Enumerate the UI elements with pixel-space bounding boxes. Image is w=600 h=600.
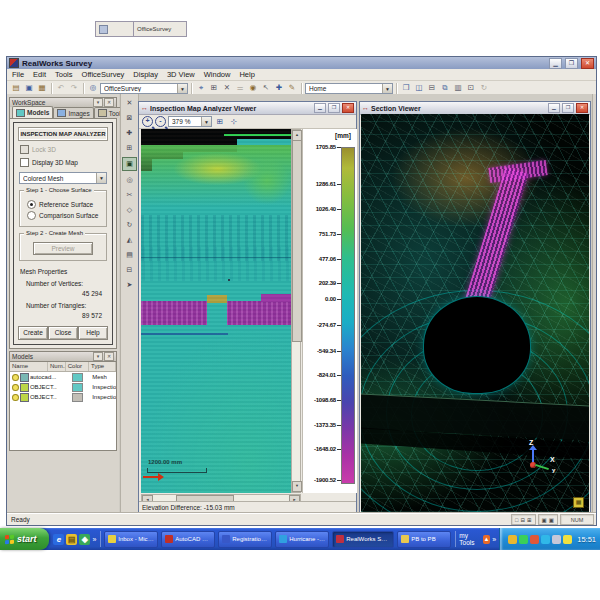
new-window-icon[interactable]: ❐: [400, 82, 412, 94]
menu-item-3d-view[interactable]: 3D View: [167, 70, 195, 79]
column-header-name[interactable]: Name: [10, 362, 48, 371]
dock-tool-icon[interactable]: ▤: [123, 249, 136, 261]
folder-icon[interactable]: ▤: [66, 534, 77, 545]
home-combo[interactable]: Home▼: [305, 83, 393, 94]
table-row[interactable]: OBJECT...Inspectio: [10, 382, 116, 392]
lock-3d-checkbox[interactable]: [20, 145, 29, 154]
dock-tool-icon[interactable]: ▣: [122, 157, 137, 171]
cascade-icon[interactable]: □: [515, 517, 518, 523]
task-button-hurricane-micro[interactable]: Hurricane - Micro...: [275, 531, 329, 548]
refresh-icon[interactable]: ↻: [478, 82, 490, 94]
edit-icon[interactable]: ✎: [286, 82, 298, 94]
column-header-type[interactable]: Type: [89, 362, 116, 371]
tab-images[interactable]: Images: [53, 107, 93, 118]
close-button[interactable]: ✕: [342, 103, 354, 113]
save-icon[interactable]: ▣: [23, 82, 35, 94]
dock-tool-icon[interactable]: ⊟: [123, 264, 136, 276]
task-button-pb-to-pb[interactable]: PB to PB: [397, 531, 451, 548]
title-bar[interactable]: RealWorks Survey ▁ ❐ ✕: [7, 57, 596, 69]
close-panel-button[interactable]: ✕: [104, 352, 114, 361]
tool-icon[interactable]: ▲: [483, 535, 491, 544]
floating-officesurvey-tab[interactable]: OfficeSurvey: [133, 21, 187, 37]
tray-icon[interactable]: [563, 535, 572, 544]
tile-horizontal-icon[interactable]: ⊟: [520, 517, 525, 523]
floating-toolbar-chip[interactable]: [95, 21, 137, 37]
tile-vertical-icon[interactable]: ▥: [452, 82, 464, 94]
redo-icon[interactable]: ↷: [68, 82, 80, 94]
table-row[interactable]: OBJECT...Inspectio: [10, 392, 116, 402]
help-button[interactable]: Help: [78, 326, 108, 340]
chevron-more-icon[interactable]: »: [92, 536, 96, 543]
tray-icon[interactable]: [508, 535, 517, 544]
menu-item-edit[interactable]: Edit: [33, 70, 46, 79]
minimize-button[interactable]: ▁: [548, 103, 560, 113]
internet-explorer-icon[interactable]: e: [53, 534, 64, 545]
close-analyzer-button[interactable]: Close: [48, 326, 78, 340]
dock-tool-icon[interactable]: ➤: [123, 279, 136, 291]
target-icon[interactable]: ◎: [87, 82, 99, 94]
tile-horizontal-icon[interactable]: ⊟: [426, 82, 438, 94]
select-icon[interactable]: ↖: [260, 82, 272, 94]
comparison-surface-radio[interactable]: [27, 211, 36, 220]
models-header[interactable]: Models ▾ ✕: [10, 352, 116, 361]
minimize-button[interactable]: ▁: [314, 103, 326, 113]
comparison-surface-row[interactable]: Comparison Surface: [27, 211, 103, 220]
menu-item-officesurvey[interactable]: OfficeSurvey: [82, 70, 125, 79]
tray-icon[interactable]: [541, 535, 550, 544]
visibility-bulb-icon[interactable]: [12, 394, 19, 401]
menu-item-display[interactable]: Display: [133, 70, 158, 79]
column-header-color[interactable]: Color: [66, 362, 89, 371]
dock-tool-icon[interactable]: ⊠: [123, 112, 136, 124]
tray-icon[interactable]: [552, 535, 561, 544]
start-button[interactable]: start: [0, 528, 49, 550]
chevron-more-icon[interactable]: »: [492, 536, 496, 543]
open-icon[interactable]: ▤: [10, 82, 22, 94]
task-button-inbox-microsof[interactable]: Inbox - Microsof...: [104, 531, 158, 548]
close-button[interactable]: ✕: [581, 58, 594, 69]
crosshair-icon[interactable]: ✚: [273, 82, 285, 94]
delete-icon[interactable]: ✕: [221, 82, 233, 94]
dock-tool-icon[interactable]: ↻: [123, 219, 136, 231]
lock-3d-row[interactable]: Lock 3D: [20, 145, 112, 154]
display-3d-row[interactable]: Display 3D Map: [20, 158, 112, 167]
scrollbar-thumb[interactable]: [292, 140, 302, 342]
layout-pane[interactable]: □ ⊟ ⊞: [511, 514, 536, 525]
tray-icon[interactable]: [530, 535, 539, 544]
pin-button[interactable]: ▾: [93, 352, 103, 361]
dock-tool-icon[interactable]: ◎: [123, 174, 136, 186]
task-button-autocad-2002[interactable]: AutoCAD 2002: [161, 531, 215, 548]
pick-icon[interactable]: ⌖: [195, 82, 207, 94]
officesurvey-combo[interactable]: OfficeSurvey▼: [100, 83, 188, 94]
measure-icon[interactable]: ⊹: [228, 116, 240, 128]
my-tools-toolbar[interactable]: my Tools ▲ »: [455, 531, 499, 547]
dock-tool-icon[interactable]: ◇: [123, 204, 136, 216]
map-vertical-scrollbar[interactable]: ▲ ▼: [291, 129, 301, 493]
close-button[interactable]: ✕: [576, 103, 588, 113]
minimize-button[interactable]: ▁: [549, 58, 562, 69]
section-3d-canvas[interactable]: Z X y ▦: [361, 114, 589, 512]
visibility-bulb-icon[interactable]: [12, 374, 19, 381]
reference-surface-radio[interactable]: [27, 200, 36, 209]
tile-vertical-icon[interactable]: ⊞: [527, 517, 532, 523]
maximize-button[interactable]: ❐: [562, 103, 574, 113]
close-all-icon[interactable]: ⊡: [465, 82, 477, 94]
cascade-icon[interactable]: ⧉: [439, 82, 451, 94]
dock-tool-icon[interactable]: ✂: [123, 189, 136, 201]
tray-icon[interactable]: [519, 535, 528, 544]
maximize-button[interactable]: ❐: [328, 103, 340, 113]
table-row[interactable]: autocad...Mesh: [10, 372, 116, 382]
task-button-registration-rep[interactable]: Registration Rep...: [218, 531, 272, 548]
create-button[interactable]: Create: [18, 326, 48, 340]
dock-tool-icon[interactable]: ✕: [123, 97, 136, 109]
undo-icon[interactable]: ↶: [55, 82, 67, 94]
grid-icon[interactable]: ⊞: [208, 82, 220, 94]
visibility-bulb-icon[interactable]: [12, 384, 19, 391]
dock-tool-icon[interactable]: ✚: [123, 127, 136, 139]
zoom-out-icon[interactable]: -: [155, 116, 166, 127]
map-viewer-titlebar[interactable]: ↔ Inspection Map Analyzer Viewer ▁ ❐ ✕: [139, 102, 356, 115]
fit-view-icon[interactable]: ⊞: [214, 116, 226, 128]
zoom-level-combo[interactable]: 379 % ▼: [168, 116, 212, 127]
render-icon[interactable]: ◉: [247, 82, 259, 94]
app-shortcut-icon[interactable]: ◈: [79, 534, 90, 545]
inspection-map-canvas[interactable]: 1200.00 mm: [141, 129, 291, 493]
